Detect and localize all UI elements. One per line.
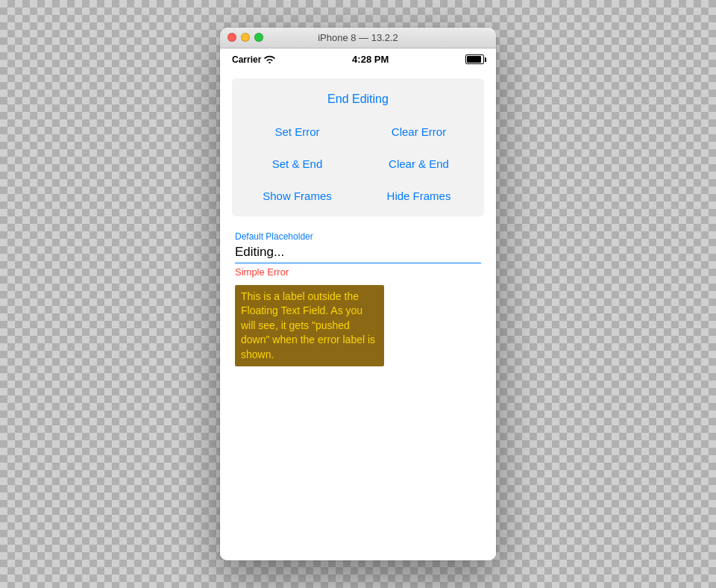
- show-frames-button[interactable]: Show Frames: [239, 183, 355, 209]
- field-error: Simple Error: [235, 266, 481, 278]
- mac-window: iPhone 8 — 13.2.2 Carrier 4:28 PM End: [220, 28, 496, 561]
- status-bar: Carrier 4:28 PM: [220, 49, 496, 71]
- end-editing-button[interactable]: End Editing: [239, 86, 477, 113]
- field-area: Default Placeholder Editing... Simple Er…: [232, 231, 484, 367]
- show-hide-frames-row: Show Frames Hide Frames: [239, 183, 477, 209]
- clear-error-button[interactable]: Clear Error: [361, 119, 477, 145]
- iphone-screen: Carrier 4:28 PM End Editing Set Error Cl…: [220, 49, 496, 561]
- close-button[interactable]: [227, 33, 236, 42]
- set-clear-end-row: Set & End Clear & End: [239, 151, 477, 177]
- field-placeholder-label: Default Placeholder: [235, 231, 481, 242]
- hide-frames-button[interactable]: Hide Frames: [361, 183, 477, 209]
- content-area: End Editing Set Error Clear Error Set & …: [220, 71, 496, 375]
- battery-fill: [467, 56, 481, 63]
- maximize-button[interactable]: [254, 33, 263, 42]
- outside-label: This is a label outside the Floating Tex…: [235, 285, 384, 367]
- set-end-button[interactable]: Set & End: [239, 151, 355, 177]
- field-input-row[interactable]: Editing...: [235, 243, 481, 263]
- buttons-section: End Editing Set Error Clear Error Set & …: [232, 78, 484, 216]
- clear-end-button[interactable]: Clear & End: [361, 151, 477, 177]
- carrier-area: Carrier: [232, 54, 275, 65]
- set-error-button[interactable]: Set Error: [239, 119, 355, 145]
- wifi-icon: [264, 55, 275, 63]
- status-time: 4:28 PM: [352, 54, 389, 65]
- traffic-lights: [227, 33, 263, 42]
- carrier-label: Carrier: [232, 54, 261, 65]
- field-value: Editing...: [235, 245, 284, 259]
- title-bar: iPhone 8 — 13.2.2: [220, 28, 496, 49]
- bottom-space: [220, 374, 496, 560]
- svg-point-0: [269, 62, 271, 63]
- battery-icon: [465, 54, 484, 64]
- set-clear-error-row: Set Error Clear Error: [239, 119, 477, 145]
- window-title: iPhone 8 — 13.2.2: [318, 32, 398, 43]
- minimize-button[interactable]: [241, 33, 250, 42]
